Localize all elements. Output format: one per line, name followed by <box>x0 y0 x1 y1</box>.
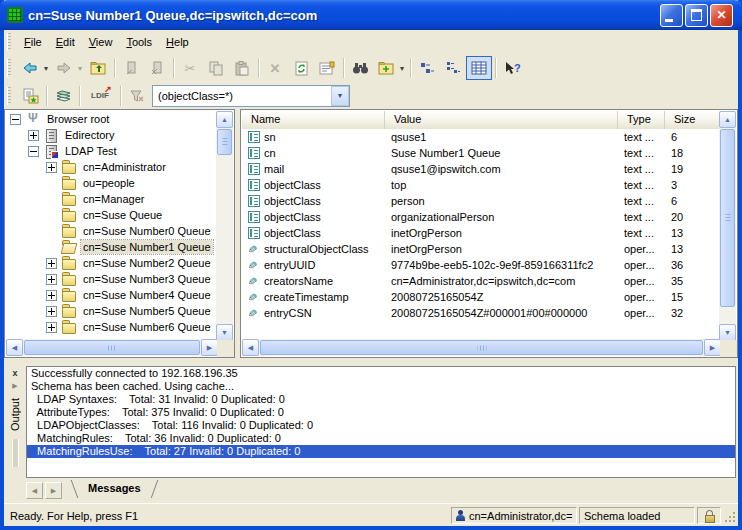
tree-vertical-scrollbar[interactable]: ▲ ▼ <box>216 111 233 341</box>
tree-expander-icon[interactable] <box>46 162 57 173</box>
scroll-down-button[interactable]: ▼ <box>719 324 736 341</box>
menu-tools[interactable]: Tools <box>119 33 159 51</box>
scroll-up-button[interactable]: ▲ <box>719 111 736 128</box>
tree-item[interactable]: Edirectory <box>6 127 218 143</box>
scroll-left-button[interactable]: ◀ <box>242 339 259 356</box>
tree-item[interactable]: cn=Suse Number4 Queue <box>6 287 218 303</box>
tree-expander-icon[interactable] <box>46 290 57 301</box>
output-line[interactable]: Schema has been cached. Using cache... <box>27 380 735 393</box>
column-header-type[interactable]: Type <box>618 111 665 129</box>
ldif-export-button[interactable]: LDIF <box>83 84 117 108</box>
tab-messages[interactable]: Messages <box>70 480 159 498</box>
menu-edit[interactable]: Edit <box>49 33 82 51</box>
attribute-row[interactable]: entryCSN 20080725165054Z#000001#00#00000… <box>242 305 721 321</box>
list-vertical-scrollbar[interactable]: ▲ ▼ <box>719 111 736 341</box>
scroll-down-button[interactable]: ▼ <box>216 324 233 341</box>
output-line[interactable]: Successfully connected to 192.168.196.35 <box>27 367 735 380</box>
filter-combobox[interactable]: (objectClass=*) ▼ <box>152 85 350 107</box>
tree-expander-icon[interactable] <box>46 322 57 333</box>
output-line[interactable]: LDAP Syntaxes: Total: 31 Invalid: 0 Dupl… <box>27 393 735 406</box>
tree-item[interactable]: LDAP Test <box>6 143 218 159</box>
forward-button[interactable] <box>51 56 77 80</box>
maximize-button[interactable] <box>685 4 708 27</box>
tree-item[interactable]: cn=Suse Number2 Queue <box>6 255 218 271</box>
back-button[interactable] <box>17 56 43 80</box>
scroll-left-button[interactable]: ◀ <box>6 339 23 356</box>
filter-value[interactable]: (objectClass=*) <box>153 90 331 102</box>
column-header-name[interactable]: Name <box>242 111 385 129</box>
disconnect-button[interactable] <box>144 56 170 80</box>
tree-item[interactable]: cn=Suse Number5 Queue <box>6 303 218 319</box>
search-button[interactable] <box>347 56 373 80</box>
filter-dropdown-button[interactable]: ▼ <box>331 86 349 106</box>
output-line[interactable]: LDAPObjectClasses: Total: 116 Invalid: 0… <box>27 419 735 432</box>
tree-expander-icon[interactable] <box>28 130 39 141</box>
tree-expander-icon[interactable] <box>28 146 39 157</box>
schema-button[interactable] <box>50 84 76 108</box>
tree-expander-icon[interactable] <box>46 306 57 317</box>
tree-expander-icon[interactable] <box>10 114 21 125</box>
attribute-row[interactable]: createTimestamp 20080725165054Z oper... … <box>242 289 721 305</box>
context-help-button[interactable]: ? <box>499 56 525 80</box>
properties-button[interactable] <box>314 56 340 80</box>
tree-vscroll-thumb[interactable] <box>217 129 232 155</box>
view-small-icons-button[interactable] <box>414 56 440 80</box>
attribute-row[interactable]: sn qsuse1 text ... 6 <box>242 129 721 145</box>
menu-file[interactable]: File <box>17 33 49 51</box>
up-one-level-button[interactable] <box>85 56 111 80</box>
tree-item[interactable]: cn=Administrator <box>6 159 218 175</box>
attribute-row[interactable]: entryUUID 9774b9be-eeb5-102c-9e9f-859166… <box>242 257 721 273</box>
cut-button[interactable]: ✂ <box>177 56 203 80</box>
list-hscroll-thumb[interactable] <box>260 340 703 355</box>
close-button[interactable]: ✕ <box>710 4 733 27</box>
scroll-up-button[interactable]: ▲ <box>216 111 233 128</box>
clear-filter-button[interactable] <box>124 84 150 108</box>
scroll-right-button[interactable]: ▶ <box>201 339 218 356</box>
paste-button[interactable] <box>229 56 255 80</box>
delete-button[interactable]: ✕ <box>262 56 288 80</box>
attribute-row[interactable]: objectClass organizationalPerson text ..… <box>242 209 721 225</box>
attribute-row[interactable]: cn Suse Number1 Queue text ... 18 <box>242 145 721 161</box>
tab-scroll-right-button[interactable]: ▶ <box>45 482 62 499</box>
attribute-row[interactable]: objectClass top text ... 3 <box>242 177 721 193</box>
tree-item[interactable]: Browser root <box>6 111 218 127</box>
output-line[interactable]: MatchingRules: Total: 36 Invalid: 0 Dupl… <box>27 432 735 445</box>
output-line[interactable]: MatchingRulesUse: Total: 27 Invalid: 0 D… <box>27 445 735 458</box>
scroll-right-button[interactable]: ▶ <box>704 339 721 356</box>
tab-scroll-left-button[interactable]: ◀ <box>26 482 43 499</box>
list-horizontal-scrollbar[interactable]: ◀ ▶ <box>242 339 721 356</box>
new-entry-button[interactable] <box>373 56 399 80</box>
attribute-row[interactable]: structuralObjectClass inetOrgPerson oper… <box>242 241 721 257</box>
output-close-button[interactable]: x <box>8 366 22 380</box>
attribute-row[interactable]: objectClass inetOrgPerson text ... 13 <box>242 225 721 241</box>
toolbar-gripper[interactable] <box>7 87 11 105</box>
menubar-gripper[interactable] <box>7 33 11 51</box>
export-entry-button[interactable] <box>17 84 43 108</box>
menu-view[interactable]: View <box>82 33 120 51</box>
resize-grip[interactable] <box>723 508 737 524</box>
attribute-row[interactable]: mail qsuse1@ipswitch.com text ... 19 <box>242 161 721 177</box>
column-header-value[interactable]: Value <box>385 111 618 129</box>
tree-item[interactable]: cn=Suse Number6 Queue <box>6 319 218 335</box>
tree-item[interactable]: cn=Suse Number1 Queue <box>6 239 218 255</box>
connect-button[interactable] <box>118 56 144 80</box>
tree-item[interactable]: cn=Suse Number0 Queue <box>6 223 218 239</box>
tree-expander-icon[interactable] <box>46 258 57 269</box>
tree-item[interactable]: ou=people <box>6 175 218 191</box>
attribute-row[interactable]: creatorsName cn=Administrator,dc=ipswitc… <box>242 273 721 289</box>
tree-hscroll-thumb[interactable] <box>24 340 200 355</box>
tree-item[interactable]: cn=Suse Queue <box>6 207 218 223</box>
tree-item[interactable]: cn=Suse Number3 Queue <box>6 271 218 287</box>
output-drag-grip[interactable] <box>12 439 19 467</box>
view-details-button[interactable] <box>466 56 492 80</box>
minimize-button[interactable] <box>660 4 683 27</box>
toolbar-gripper[interactable] <box>7 59 11 77</box>
view-list-button[interactable] <box>440 56 466 80</box>
output-pin-icon[interactable]: ▶ <box>12 382 17 390</box>
attribute-row[interactable]: objectClass person text ... 6 <box>242 193 721 209</box>
tree-expander-icon[interactable] <box>46 274 57 285</box>
tree-horizontal-scrollbar[interactable]: ◀ ▶ <box>6 339 218 356</box>
refresh-button[interactable] <box>288 56 314 80</box>
column-header-size[interactable]: Size <box>665 111 721 129</box>
copy-button[interactable] <box>203 56 229 80</box>
